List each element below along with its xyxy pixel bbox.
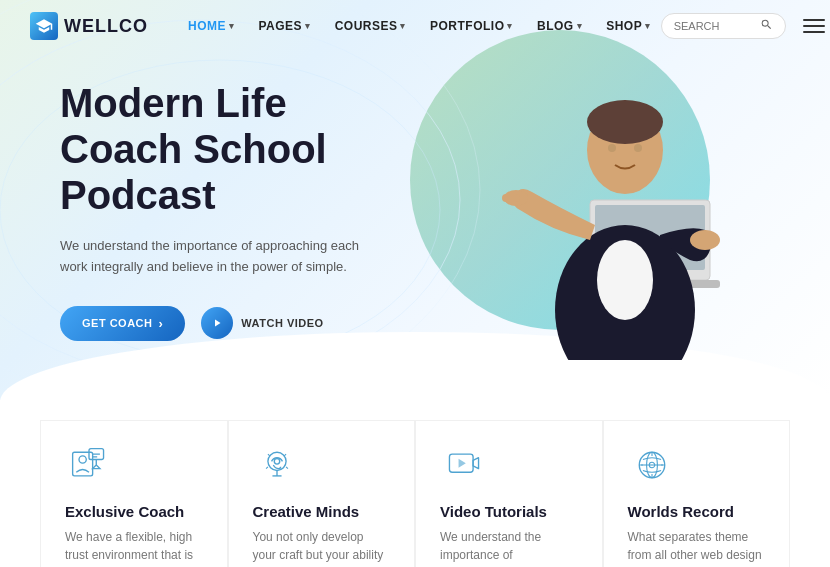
hero-buttons: GET COACH › WATCH VIDEO: [60, 306, 360, 341]
nav-item-blog[interactable]: BLOG ▾: [527, 14, 592, 38]
logo-icon: [30, 12, 58, 40]
nav-item-portfolio[interactable]: PORTFOLIO ▾: [420, 14, 523, 38]
feature-card-video-tutorials: Video Tutorials We understand the import…: [415, 420, 603, 567]
search-input[interactable]: [674, 20, 754, 32]
hamburger-line: [803, 31, 825, 33]
watch-video-label: WATCH VIDEO: [241, 317, 323, 329]
video-tutorials-icon: [440, 441, 488, 489]
chevron-down-icon: ▾: [577, 21, 583, 31]
svg-point-9: [587, 100, 663, 144]
features-grid: Exclusive Coach We have a flexible, high…: [40, 420, 790, 567]
get-coach-button[interactable]: GET COACH ›: [60, 306, 185, 341]
nav-item-home[interactable]: HOME ▾: [178, 14, 245, 38]
chevron-down-icon: ▾: [229, 21, 235, 31]
person-svg: [450, 40, 770, 360]
logo[interactable]: WELLCO: [30, 12, 148, 40]
hamburger-line: [803, 19, 825, 21]
hamburger-line: [803, 25, 825, 27]
feature-title-worlds-record: Worlds Record: [628, 503, 766, 520]
features-section: Exclusive Coach We have a flexible, high…: [0, 400, 830, 567]
feature-title-video-tutorials: Video Tutorials: [440, 503, 578, 520]
navbar: WELLCO HOME ▾ PAGES ▾ COURSES ▾ PORTFOLI…: [0, 0, 830, 52]
feature-text-creative-minds: You not only develop your craft but your…: [253, 528, 391, 567]
nav-item-pages[interactable]: PAGES ▾: [249, 14, 321, 38]
hero-person-image: [450, 40, 770, 360]
svg-point-16: [79, 456, 86, 463]
hero-subtitle: We understand the importance of approach…: [60, 236, 360, 278]
svg-point-10: [608, 144, 616, 152]
hero-section: Modern Life Coach School Podcast We unde…: [0, 0, 830, 400]
nav-right: [661, 13, 830, 39]
chevron-down-icon: ▾: [645, 21, 651, 31]
nav-item-courses[interactable]: COURSES ▾: [325, 14, 416, 38]
chevron-down-icon: ▾: [400, 21, 406, 31]
svg-rect-14: [502, 194, 520, 202]
feature-title-exclusive-coach: Exclusive Coach: [65, 503, 203, 520]
svg-point-21: [274, 459, 279, 464]
svg-point-12: [690, 230, 720, 250]
chevron-down-icon: ▾: [507, 21, 513, 31]
feature-text-worlds-record: What separates theme from all other web …: [628, 528, 766, 567]
nav-item-shop[interactable]: SHOP ▾: [596, 14, 661, 38]
hamburger-menu[interactable]: [798, 14, 830, 38]
feature-card-exclusive-coach: Exclusive Coach We have a flexible, high…: [40, 420, 228, 567]
exclusive-coach-icon: [65, 441, 113, 489]
feature-card-creative-minds: Creative Minds You not only develop your…: [228, 420, 416, 567]
search-button[interactable]: [760, 18, 773, 34]
creative-minds-icon: [253, 441, 301, 489]
logo-text: WELLCO: [64, 16, 148, 37]
watch-video-button[interactable]: WATCH VIDEO: [201, 307, 323, 339]
svg-marker-23: [459, 459, 466, 468]
feature-card-worlds-record: Worlds Record What separates theme from …: [603, 420, 791, 567]
feature-text-exclusive-coach: We have a flexible, high trust environme…: [65, 528, 203, 567]
feature-text-video-tutorials: We understand the importance of approach…: [440, 528, 578, 567]
nav-links: HOME ▾ PAGES ▾ COURSES ▾ PORTFOLIO ▾ BLO…: [178, 14, 661, 38]
search-box[interactable]: [661, 13, 786, 39]
hero-title: Modern Life Coach School Podcast: [60, 80, 360, 218]
svg-point-11: [634, 144, 642, 152]
play-icon: [201, 307, 233, 339]
arrow-right-icon: ›: [159, 316, 164, 331]
feature-title-creative-minds: Creative Minds: [253, 503, 391, 520]
svg-point-7: [597, 240, 653, 320]
chevron-down-icon: ▾: [305, 21, 311, 31]
hero-content: Modern Life Coach School Podcast We unde…: [60, 80, 360, 341]
worlds-record-icon: [628, 441, 676, 489]
